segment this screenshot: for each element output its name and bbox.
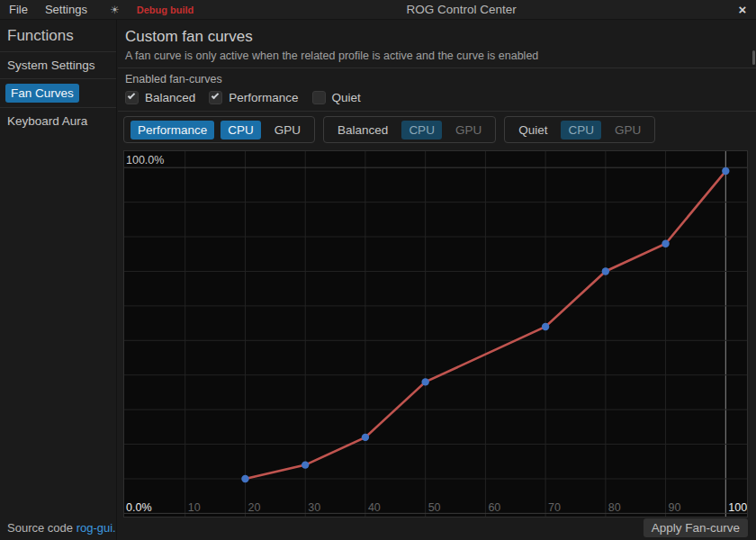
tab-quiet-cpu[interactable]: CPU <box>561 121 601 140</box>
tab-performance-gpu[interactable]: GPU <box>267 121 308 140</box>
svg-text:100: 100 <box>728 501 747 514</box>
sidebar-item-fan-curves[interactable]: Fan Curves <box>5 84 79 103</box>
menu-settings[interactable]: Settings <box>45 3 87 16</box>
source-code-footer: Source code rog-gui. <box>7 521 116 535</box>
checkbox-quiet[interactable]: Quiet <box>312 91 361 104</box>
svg-text:50: 50 <box>428 501 441 514</box>
svg-text:100.0%: 100.0% <box>126 154 164 166</box>
svg-text:40: 40 <box>368 501 381 514</box>
fan-curve-plot[interactable]: 102030405060708090100100.0%0.0% <box>123 150 748 518</box>
sidebar: Functions System Settings Fan Curves Key… <box>0 20 117 540</box>
rog-control-center-window: File Settings ☀ Debug build ROG Control … <box>0 0 756 540</box>
window-title: ROG Control Center <box>194 3 729 16</box>
checkbox-balanced[interactable]: Balanced <box>125 91 195 104</box>
sidebar-item-keyboard-aura[interactable]: Keyboard Aura <box>0 108 116 134</box>
fan-tab-group-balanced: Balanced CPU GPU <box>323 116 496 143</box>
tab-balanced-gpu[interactable]: GPU <box>448 121 489 140</box>
svg-text:20: 20 <box>248 501 260 514</box>
page-title: Custom fan curves <box>125 28 253 46</box>
menu-bar: File Settings ☀ Debug build <box>0 3 194 16</box>
svg-text:80: 80 <box>608 501 621 514</box>
rog-gui-link[interactable]: rog-gui. <box>76 521 116 535</box>
checkbox-box[interactable] <box>312 91 326 104</box>
check-icon <box>128 91 135 98</box>
main-panel: Custom fan curves A fan curve is only ac… <box>118 20 756 540</box>
scrollbar-handle[interactable] <box>752 50 755 65</box>
tab-quiet-gpu[interactable]: GPU <box>608 121 648 140</box>
tab-balanced[interactable]: Balanced <box>330 121 395 140</box>
svg-text:10: 10 <box>188 501 201 514</box>
close-icon[interactable]: × <box>729 2 756 17</box>
sidebar-item-system-settings[interactable]: System Settings <box>0 52 116 78</box>
profile-tabs-row: Performance CPU GPU Balanced CPU GPU Qui… <box>123 116 655 143</box>
page-subtitle: A fan curve is only active when the rela… <box>125 50 538 62</box>
tab-performance-cpu[interactable]: CPU <box>220 121 261 140</box>
titlebar: File Settings ☀ Debug build ROG Control … <box>0 0 756 20</box>
source-code-label: Source code <box>7 521 73 535</box>
checkbox-performance[interactable]: Performance <box>209 91 298 104</box>
svg-text:90: 90 <box>669 501 681 514</box>
checkbox-label: Balanced <box>145 91 195 104</box>
apply-fan-curve-button[interactable]: Apply Fan-curve <box>644 518 748 537</box>
tab-balanced-cpu[interactable]: CPU <box>401 121 442 140</box>
separator <box>118 68 756 68</box>
enabled-fan-curves-label: Enabled fan-curves <box>125 73 222 86</box>
fan-curve-chart[interactable]: 102030405060708090100100.0%0.0% <box>123 150 748 518</box>
svg-text:70: 70 <box>548 501 561 514</box>
menu-file[interactable]: File <box>9 3 28 16</box>
checkbox-box[interactable] <box>209 91 222 104</box>
debug-build-badge: Debug build <box>137 4 194 15</box>
checkbox-label: Performance <box>229 91 298 104</box>
checkbox-label: Quiet <box>332 91 361 104</box>
tab-quiet[interactable]: Quiet <box>511 121 554 140</box>
checkbox-box[interactable] <box>125 91 139 104</box>
sidebar-header: Functions <box>0 20 116 51</box>
svg-text:0.0%: 0.0% <box>126 501 152 514</box>
separator <box>118 111 756 112</box>
svg-text:60: 60 <box>488 501 500 514</box>
fan-tab-group-performance: Performance CPU GPU <box>123 116 315 143</box>
sun-icon[interactable]: ☀ <box>110 4 120 16</box>
fan-tab-group-quiet: Quiet CPU GPU <box>504 116 655 143</box>
check-icon <box>212 91 219 98</box>
enabled-fan-curves-row: Balanced Performance Quiet <box>125 88 361 106</box>
tab-performance[interactable]: Performance <box>130 121 214 140</box>
svg-text:30: 30 <box>308 501 320 514</box>
